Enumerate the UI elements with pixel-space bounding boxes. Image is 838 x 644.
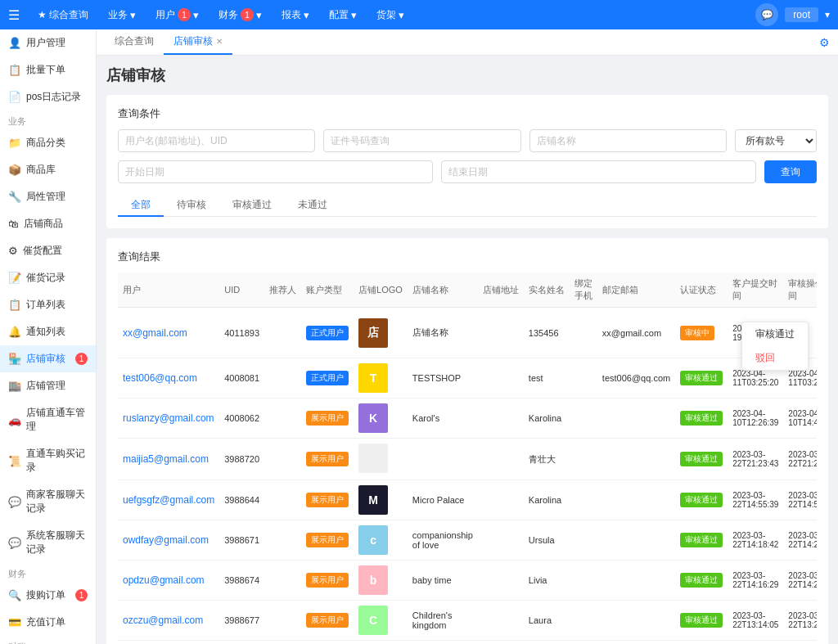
cell-shop-name: Karol's bbox=[408, 399, 478, 439]
sidebar-item-merchant-chat[interactable]: 💬 商家客服聊天记录 bbox=[0, 481, 96, 522]
tab-settings-icon[interactable]: ⚙ bbox=[819, 36, 830, 49]
filter-tab-rejected[interactable]: 未通过 bbox=[285, 195, 340, 217]
table-row: owdfay@gmail.com 3988671 展示用户 c companio… bbox=[118, 520, 817, 561]
nav-item-report[interactable]: 报表▾ bbox=[273, 5, 318, 25]
sidebar-item-user-management[interactable]: 👤 用户管理 bbox=[0, 29, 96, 56]
user-link[interactable]: opdzu@gmail.com bbox=[123, 574, 205, 586]
sidebar-item-pos-log[interactable]: 📄 pos日志记录 bbox=[0, 83, 96, 110]
tab-close-icon[interactable]: ✕ bbox=[216, 37, 223, 46]
cell-user: owdfay@gmail.com bbox=[118, 520, 219, 561]
col-logo: 店铺LOGO bbox=[354, 272, 408, 308]
menu-icon[interactable]: ☰ bbox=[8, 7, 20, 23]
sidebar-item-system-chat[interactable]: 💬 系统客服聊天记录 bbox=[0, 522, 96, 563]
user-link[interactable]: ozczu@gmail.com bbox=[123, 615, 203, 626]
results-title: 查询结果 bbox=[118, 250, 817, 264]
nav-item-config[interactable]: 配置▾ bbox=[321, 5, 365, 25]
results-table: 用户 UID 推荐人 账户类型 店铺LOGO 店铺名称 店铺地址 实名姓名 绑定… bbox=[118, 272, 817, 644]
context-menu: 审核通过 驳回 bbox=[741, 322, 809, 371]
auth-status-badge: 审核通过 bbox=[680, 411, 723, 426]
sidebar: 👤 用户管理 📋 批量下单 📄 pos日志记录 业务 📁 商品分类 📦 商品库 … bbox=[0, 29, 97, 644]
cell-logo: T bbox=[354, 358, 408, 399]
col-phone: 绑定手机 bbox=[570, 272, 597, 308]
sidebar-item-shop-direct[interactable]: 🚗 店铺直通车管理 bbox=[0, 399, 96, 440]
main-layout: 👤 用户管理 📋 批量下单 📄 pos日志记录 业务 📁 商品分类 📦 商品库 … bbox=[0, 29, 838, 644]
cell-phone bbox=[570, 480, 597, 520]
sidebar-item-attribute-mgmt[interactable]: 🔧 局性管理 bbox=[0, 183, 96, 210]
cell-auth-status: 审核通过 bbox=[675, 480, 728, 520]
user-link[interactable]: maijia5@gmail.com bbox=[123, 453, 209, 465]
user-link[interactable]: owdfay@gmail.com bbox=[123, 534, 209, 546]
sidebar-item-order-list[interactable]: 📋 订单列表 bbox=[0, 291, 96, 318]
star-icon: ★ bbox=[38, 9, 47, 20]
user-link[interactable]: uefgsgfz@gmail.com bbox=[123, 494, 214, 506]
cell-account-type: 正式用户 bbox=[301, 358, 354, 399]
cell-account-type: 展示用户 bbox=[301, 399, 354, 439]
sidebar-item-recharge-order[interactable]: 💳 充值订单 bbox=[0, 609, 96, 636]
filter-tab-all[interactable]: 全部 bbox=[118, 195, 164, 217]
user-label[interactable]: root bbox=[785, 7, 818, 22]
tab-shop-audit[interactable]: 店铺审核 ✕ bbox=[164, 29, 232, 55]
sidebar-item-urge-record[interactable]: 📝 催货记录 bbox=[0, 264, 96, 291]
sidebar-item-urge-config[interactable]: ⚙ 催货配置 bbox=[0, 237, 96, 264]
chat-button[interactable]: 💬 bbox=[755, 3, 778, 26]
cell-user: lzjczgy@gmail.com bbox=[118, 641, 219, 645]
cell-referrer bbox=[264, 520, 301, 561]
filter-section: 查询条件 所有款号 正式用户 展示用户 查询 bbox=[106, 95, 828, 228]
sidebar-item-shop-audit[interactable]: 🏪 店铺审核 1 bbox=[0, 345, 96, 372]
sidebar-item-search-order[interactable]: 🔍 搜购订单 1 bbox=[0, 582, 96, 609]
col-shop-name: 店铺名称 bbox=[408, 272, 478, 308]
cell-logo: c bbox=[354, 520, 408, 561]
auth-status-badge: 审核中 bbox=[680, 326, 714, 340]
filter-title: 查询条件 bbox=[118, 106, 817, 121]
shop-logo: M bbox=[358, 485, 388, 515]
shop-logo: C bbox=[358, 606, 388, 635]
cell-referrer bbox=[264, 308, 301, 358]
shop-logo: b bbox=[358, 565, 388, 595]
sidebar-section-finance: 财务 bbox=[0, 563, 96, 582]
account-type-select[interactable]: 所有款号 正式用户 展示用户 bbox=[735, 129, 817, 152]
nav-item-shelf[interactable]: 货架▾ bbox=[368, 5, 412, 25]
shop-name-input[interactable] bbox=[529, 129, 727, 152]
id-number-input[interactable] bbox=[323, 129, 520, 152]
sidebar-item-shop-product[interactable]: 🛍 店铺商品 bbox=[0, 210, 96, 237]
query-button[interactable]: 查询 bbox=[764, 160, 817, 183]
cell-referrer bbox=[264, 399, 301, 439]
account-type-badge: 展示用户 bbox=[306, 493, 349, 507]
col-auth-status: 认证状态 bbox=[675, 272, 728, 308]
table-row: xx@gmail.com 4011893 正式用户 店 店铺名称 135456 … bbox=[118, 308, 817, 358]
user-link[interactable]: ruslanzy@gmail.com bbox=[123, 412, 214, 424]
start-date-input[interactable] bbox=[118, 160, 433, 183]
cell-shop-name: baby world bbox=[408, 641, 478, 645]
cell-email bbox=[597, 641, 675, 645]
filter-tab-pending[interactable]: 待审核 bbox=[164, 195, 219, 217]
nav-item-finance[interactable]: 财务 1▾ bbox=[210, 5, 270, 25]
user-link[interactable]: xx@gmail.com bbox=[123, 327, 187, 339]
filter-tab-approved[interactable]: 审核通过 bbox=[219, 195, 285, 217]
menu-item-approve[interactable]: 审核通过 bbox=[742, 322, 808, 346]
nav-item-user[interactable]: 用户 1▾ bbox=[147, 5, 207, 25]
cell-shop-name: Micro Palace bbox=[408, 480, 478, 520]
sidebar-item-notification-list[interactable]: 🔔 通知列表 bbox=[0, 318, 96, 345]
nav-item-business[interactable]: 业务▾ bbox=[100, 5, 144, 25]
end-date-input[interactable] bbox=[441, 160, 756, 183]
sidebar-item-product-category[interactable]: 📁 商品分类 bbox=[0, 129, 96, 156]
shop-audit-icon: 🏪 bbox=[8, 353, 21, 365]
nav-item-comprehensive[interactable]: ★ 综合查询 bbox=[29, 5, 97, 25]
col-shop-addr: 店铺地址 bbox=[478, 272, 524, 308]
search-order-badge: 1 bbox=[75, 589, 88, 601]
tab-comprehensive[interactable]: 综合查询 bbox=[105, 29, 164, 55]
cell-shop-name bbox=[408, 439, 478, 480]
user-search-input[interactable] bbox=[118, 129, 315, 152]
user-link[interactable]: test006@qq.com bbox=[123, 372, 197, 384]
sidebar-item-batch-order[interactable]: 📋 批量下单 bbox=[0, 56, 96, 83]
cell-phone bbox=[570, 520, 597, 561]
sidebar-item-direct-buy-record[interactable]: 📜 直通车购买记录 bbox=[0, 440, 96, 481]
col-uid: UID bbox=[219, 272, 264, 308]
menu-item-reject[interactable]: 驳回 bbox=[742, 346, 808, 370]
cell-real-name: Hilda bbox=[524, 641, 570, 645]
order-icon: 📋 bbox=[8, 299, 21, 311]
sidebar-item-shop-management[interactable]: 🏬 店铺管理 bbox=[0, 372, 96, 399]
sidebar-item-product-library[interactable]: 📦 商品库 bbox=[0, 156, 96, 183]
filter-tabs: 全部 待审核 审核通过 未通过 bbox=[118, 191, 817, 217]
cell-real-name: Ursula bbox=[524, 520, 570, 561]
